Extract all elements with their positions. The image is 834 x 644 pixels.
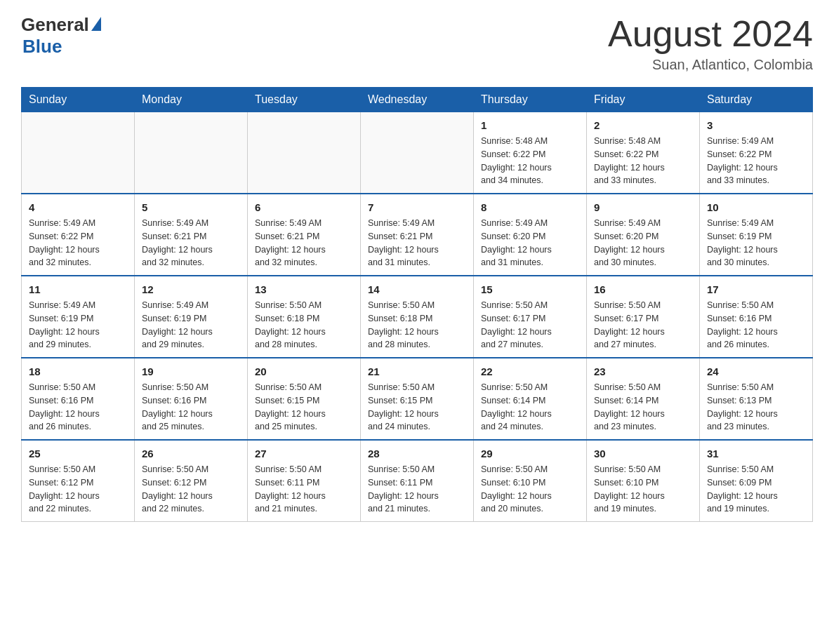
day-info: Sunrise: 5:49 AM Sunset: 6:19 PM Dayligh… bbox=[707, 217, 805, 269]
day-number: 11 bbox=[29, 282, 127, 297]
day-number: 31 bbox=[707, 446, 805, 461]
day-number: 3 bbox=[707, 118, 805, 133]
day-number: 18 bbox=[29, 364, 127, 379]
day-number: 16 bbox=[594, 282, 692, 297]
calendar-cell: 14Sunrise: 5:50 AM Sunset: 6:18 PM Dayli… bbox=[361, 276, 474, 358]
location-title: Suan, Atlantico, Colombia bbox=[608, 57, 813, 73]
calendar-cell bbox=[135, 112, 248, 194]
day-info: Sunrise: 5:50 AM Sunset: 6:14 PM Dayligh… bbox=[481, 381, 579, 434]
calendar-week-row: 18Sunrise: 5:50 AM Sunset: 6:16 PM Dayli… bbox=[22, 358, 813, 440]
calendar-cell: 10Sunrise: 5:49 AM Sunset: 6:19 PM Dayli… bbox=[700, 194, 813, 276]
day-number: 2 bbox=[594, 118, 692, 133]
day-info: Sunrise: 5:50 AM Sunset: 6:09 PM Dayligh… bbox=[707, 463, 805, 516]
calendar-cell: 5Sunrise: 5:49 AM Sunset: 6:21 PM Daylig… bbox=[135, 194, 248, 276]
day-info: Sunrise: 5:48 AM Sunset: 6:22 PM Dayligh… bbox=[594, 135, 692, 187]
calendar-cell: 3Sunrise: 5:49 AM Sunset: 6:22 PM Daylig… bbox=[700, 112, 813, 194]
day-info: Sunrise: 5:50 AM Sunset: 6:11 PM Dayligh… bbox=[368, 463, 466, 516]
calendar-cell bbox=[22, 112, 135, 194]
day-of-week-header: Thursday bbox=[474, 88, 587, 112]
day-number: 8 bbox=[481, 200, 579, 215]
day-of-week-header: Friday bbox=[587, 88, 700, 112]
calendar-cell: 18Sunrise: 5:50 AM Sunset: 6:16 PM Dayli… bbox=[22, 358, 135, 440]
calendar-cell: 4Sunrise: 5:49 AM Sunset: 6:22 PM Daylig… bbox=[22, 194, 135, 276]
month-title: August 2024 bbox=[608, 14, 813, 54]
calendar-cell: 22Sunrise: 5:50 AM Sunset: 6:14 PM Dayli… bbox=[474, 358, 587, 440]
calendar-cell: 24Sunrise: 5:50 AM Sunset: 6:13 PM Dayli… bbox=[700, 358, 813, 440]
calendar-table: SundayMondayTuesdayWednesdayThursdayFrid… bbox=[21, 87, 813, 522]
day-info: Sunrise: 5:50 AM Sunset: 6:16 PM Dayligh… bbox=[142, 381, 240, 434]
day-number: 28 bbox=[368, 446, 466, 461]
calendar-week-row: 4Sunrise: 5:49 AM Sunset: 6:22 PM Daylig… bbox=[22, 194, 813, 276]
day-info: Sunrise: 5:49 AM Sunset: 6:22 PM Dayligh… bbox=[707, 135, 805, 187]
day-number: 30 bbox=[594, 446, 692, 461]
day-info: Sunrise: 5:50 AM Sunset: 6:11 PM Dayligh… bbox=[255, 463, 353, 516]
calendar-cell: 19Sunrise: 5:50 AM Sunset: 6:16 PM Dayli… bbox=[135, 358, 248, 440]
day-of-week-header: Tuesday bbox=[248, 88, 361, 112]
day-info: Sunrise: 5:49 AM Sunset: 6:20 PM Dayligh… bbox=[481, 217, 579, 269]
day-number: 23 bbox=[594, 364, 692, 379]
day-info: Sunrise: 5:50 AM Sunset: 6:10 PM Dayligh… bbox=[481, 463, 579, 516]
calendar-cell: 17Sunrise: 5:50 AM Sunset: 6:16 PM Dayli… bbox=[700, 276, 813, 358]
day-of-week-header: Sunday bbox=[22, 88, 135, 112]
calendar-cell: 2Sunrise: 5:48 AM Sunset: 6:22 PM Daylig… bbox=[587, 112, 700, 194]
calendar-cell: 31Sunrise: 5:50 AM Sunset: 6:09 PM Dayli… bbox=[700, 440, 813, 522]
calendar-cell: 30Sunrise: 5:50 AM Sunset: 6:10 PM Dayli… bbox=[587, 440, 700, 522]
logo-blue-text: Blue bbox=[22, 36, 62, 58]
day-info: Sunrise: 5:50 AM Sunset: 6:18 PM Dayligh… bbox=[255, 299, 353, 351]
day-number: 15 bbox=[481, 282, 579, 297]
day-number: 24 bbox=[707, 364, 805, 379]
calendar-cell: 15Sunrise: 5:50 AM Sunset: 6:17 PM Dayli… bbox=[474, 276, 587, 358]
day-info: Sunrise: 5:50 AM Sunset: 6:13 PM Dayligh… bbox=[707, 381, 805, 434]
day-number: 21 bbox=[368, 364, 466, 379]
day-info: Sunrise: 5:50 AM Sunset: 6:15 PM Dayligh… bbox=[368, 381, 466, 434]
calendar-cell: 8Sunrise: 5:49 AM Sunset: 6:20 PM Daylig… bbox=[474, 194, 587, 276]
calendar-cell: 11Sunrise: 5:49 AM Sunset: 6:19 PM Dayli… bbox=[22, 276, 135, 358]
calendar-cell: 20Sunrise: 5:50 AM Sunset: 6:15 PM Dayli… bbox=[248, 358, 361, 440]
day-number: 19 bbox=[142, 364, 240, 379]
calendar-cell: 21Sunrise: 5:50 AM Sunset: 6:15 PM Dayli… bbox=[361, 358, 474, 440]
calendar-week-row: 25Sunrise: 5:50 AM Sunset: 6:12 PM Dayli… bbox=[22, 440, 813, 522]
day-number: 14 bbox=[368, 282, 466, 297]
title-block: August 2024 Suan, Atlantico, Colombia bbox=[608, 14, 813, 73]
calendar-cell: 25Sunrise: 5:50 AM Sunset: 6:12 PM Dayli… bbox=[22, 440, 135, 522]
day-info: Sunrise: 5:49 AM Sunset: 6:19 PM Dayligh… bbox=[142, 299, 240, 351]
day-number: 20 bbox=[255, 364, 353, 379]
day-info: Sunrise: 5:49 AM Sunset: 6:21 PM Dayligh… bbox=[368, 217, 466, 269]
day-number: 27 bbox=[255, 446, 353, 461]
day-info: Sunrise: 5:48 AM Sunset: 6:22 PM Dayligh… bbox=[481, 135, 579, 187]
calendar-cell: 16Sunrise: 5:50 AM Sunset: 6:17 PM Dayli… bbox=[587, 276, 700, 358]
calendar-week-row: 1Sunrise: 5:48 AM Sunset: 6:22 PM Daylig… bbox=[22, 112, 813, 194]
day-number: 26 bbox=[142, 446, 240, 461]
day-number: 10 bbox=[707, 200, 805, 215]
logo: General Blue bbox=[21, 14, 101, 58]
day-of-week-header: Wednesday bbox=[361, 88, 474, 112]
calendar-cell: 13Sunrise: 5:50 AM Sunset: 6:18 PM Dayli… bbox=[248, 276, 361, 358]
day-number: 6 bbox=[255, 200, 353, 215]
day-info: Sunrise: 5:50 AM Sunset: 6:17 PM Dayligh… bbox=[594, 299, 692, 351]
page-header: General Blue August 2024 Suan, Atlantico… bbox=[21, 14, 813, 73]
day-info: Sunrise: 5:50 AM Sunset: 6:18 PM Dayligh… bbox=[368, 299, 466, 351]
calendar-cell: 26Sunrise: 5:50 AM Sunset: 6:12 PM Dayli… bbox=[135, 440, 248, 522]
day-info: Sunrise: 5:50 AM Sunset: 6:15 PM Dayligh… bbox=[255, 381, 353, 434]
day-info: Sunrise: 5:49 AM Sunset: 6:20 PM Dayligh… bbox=[594, 217, 692, 269]
day-number: 9 bbox=[594, 200, 692, 215]
day-info: Sunrise: 5:50 AM Sunset: 6:10 PM Dayligh… bbox=[594, 463, 692, 516]
day-number: 1 bbox=[481, 118, 579, 133]
calendar-cell: 1Sunrise: 5:48 AM Sunset: 6:22 PM Daylig… bbox=[474, 112, 587, 194]
day-of-week-header: Monday bbox=[135, 88, 248, 112]
day-number: 7 bbox=[368, 200, 466, 215]
calendar-cell: 7Sunrise: 5:49 AM Sunset: 6:21 PM Daylig… bbox=[361, 194, 474, 276]
day-info: Sunrise: 5:50 AM Sunset: 6:16 PM Dayligh… bbox=[29, 381, 127, 434]
day-info: Sunrise: 5:50 AM Sunset: 6:17 PM Dayligh… bbox=[481, 299, 579, 351]
day-of-week-header: Saturday bbox=[700, 88, 813, 112]
day-number: 5 bbox=[142, 200, 240, 215]
calendar-cell: 6Sunrise: 5:49 AM Sunset: 6:21 PM Daylig… bbox=[248, 194, 361, 276]
day-number: 4 bbox=[29, 200, 127, 215]
day-info: Sunrise: 5:49 AM Sunset: 6:19 PM Dayligh… bbox=[29, 299, 127, 351]
day-number: 12 bbox=[142, 282, 240, 297]
day-number: 29 bbox=[481, 446, 579, 461]
day-info: Sunrise: 5:50 AM Sunset: 6:12 PM Dayligh… bbox=[29, 463, 127, 516]
calendar-cell: 29Sunrise: 5:50 AM Sunset: 6:10 PM Dayli… bbox=[474, 440, 587, 522]
day-info: Sunrise: 5:49 AM Sunset: 6:21 PM Dayligh… bbox=[142, 217, 240, 269]
calendar-cell: 27Sunrise: 5:50 AM Sunset: 6:11 PM Dayli… bbox=[248, 440, 361, 522]
